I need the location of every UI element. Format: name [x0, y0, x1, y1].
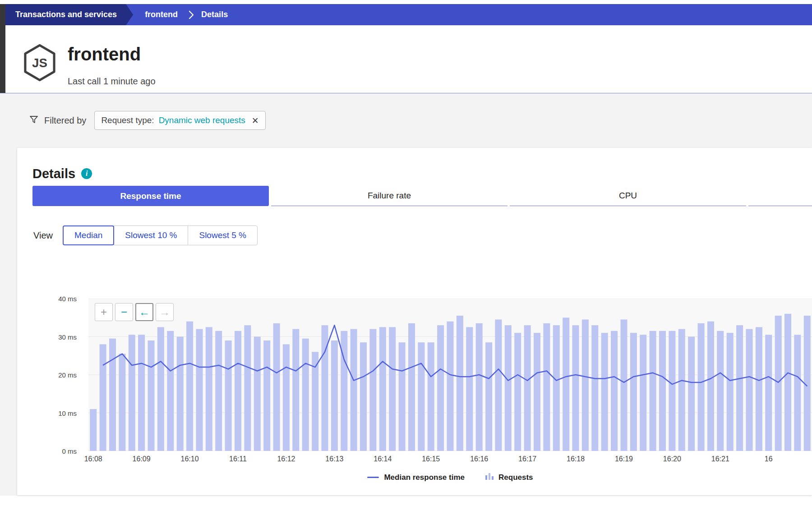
- tab-cpu[interactable]: CPU: [510, 186, 746, 206]
- view-median-button[interactable]: Median: [63, 225, 114, 245]
- breadcrumb-label: frontend: [145, 10, 178, 19]
- chevron-right-icon: [189, 4, 194, 25]
- chart-canvas: [88, 299, 812, 451]
- x-tick-label: 16:18: [567, 455, 585, 463]
- y-tick-label: 20 ms: [58, 371, 77, 379]
- filtered-by-label: Filtered by: [44, 115, 86, 126]
- tab-response-time[interactable]: Response time: [32, 186, 269, 206]
- breadcrumb-item-frontend[interactable]: frontend: [145, 4, 178, 25]
- breadcrumb-item-transactions-and-services[interactable]: Transactions and services: [5, 4, 133, 25]
- legend-median-response-time[interactable]: Median response time: [367, 473, 465, 482]
- x-tick-label: 16:16: [470, 455, 488, 463]
- content-area: Filtered by Request type: Dynamic web re…: [0, 93, 812, 496]
- x-tick-label: 16:21: [711, 455, 729, 463]
- chart-zoom-controls: + − ← →: [95, 303, 174, 321]
- tab-stub: [748, 186, 812, 206]
- top-margin: [0, 0, 812, 4]
- x-tick-label: 16:19: [615, 455, 633, 463]
- y-tick-label: 30 ms: [58, 333, 77, 340]
- chart-x-axis: 16:0816:0916:1016:1116:1216:1316:1416:15…: [88, 451, 812, 466]
- left-edge-strip: [0, 4, 5, 93]
- x-tick-label: 16:15: [422, 455, 440, 463]
- svg-text:JS: JS: [32, 56, 47, 70]
- details-heading-row: Details i: [32, 166, 812, 181]
- view-selector-row: View Median Slowest 10 % Slowest 5 %: [32, 225, 812, 245]
- breadcrumb-item-details[interactable]: Details: [201, 4, 228, 25]
- chart-plot-wrap: + − ← → 16:0816:0916:1016:1116:1216:1316…: [88, 299, 812, 466]
- last-call-text: Last call 1 minute ago: [68, 76, 156, 87]
- x-tick-label: 16:08: [84, 455, 102, 463]
- x-tick-label: 16: [765, 455, 773, 463]
- view-button-group: Median Slowest 10 % Slowest 5 %: [63, 225, 258, 245]
- nodejs-icon: JS: [23, 43, 57, 84]
- chart-legend: Median response time Requests: [88, 473, 812, 482]
- view-slowest-5-button[interactable]: Slowest 5 %: [188, 225, 258, 245]
- service-header: JS frontend Last call 1 minute ago: [0, 25, 812, 93]
- y-tick-label: 10 ms: [58, 409, 77, 417]
- legend-line-label: Median response time: [384, 473, 465, 482]
- zoom-in-button[interactable]: +: [95, 303, 113, 321]
- y-tick-label: 40 ms: [58, 295, 77, 303]
- breadcrumb-label: Transactions and services: [15, 10, 117, 19]
- view-label: View: [33, 230, 53, 241]
- filter-funnel-icon: [29, 115, 39, 126]
- y-tick-label: 0 ms: [62, 447, 77, 455]
- filter-chip-value: Dynamic web requests: [159, 115, 245, 125]
- legend-bars-label: Requests: [498, 473, 533, 482]
- zoom-out-button[interactable]: −: [115, 303, 133, 321]
- breadcrumb-label: Details: [201, 10, 228, 19]
- page-title: frontend: [68, 43, 156, 65]
- details-title: Details: [32, 166, 75, 181]
- details-card: Details i Response time Failure rate CPU…: [17, 148, 812, 495]
- filter-chip-key: Request type:: [101, 115, 154, 125]
- x-tick-label: 16:11: [229, 455, 247, 463]
- x-tick-label: 16:14: [374, 455, 392, 463]
- x-tick-label: 16:20: [663, 455, 681, 463]
- tab-failure-rate[interactable]: Failure rate: [271, 186, 508, 206]
- filter-chip-request-type[interactable]: Request type: Dynamic web requests ✕: [94, 111, 265, 130]
- pan-back-button[interactable]: ←: [135, 303, 153, 321]
- dynatrace-service-page: Transactions and services frontend Detai…: [0, 0, 812, 515]
- x-tick-label: 16:10: [181, 455, 199, 463]
- pan-forward-button[interactable]: →: [156, 303, 174, 321]
- x-tick-label: 16:09: [133, 455, 151, 463]
- service-header-text: frontend Last call 1 minute ago: [68, 43, 156, 87]
- response-time-chart: 0 ms10 ms20 ms30 ms40 ms + − ← → 16:0816…: [32, 299, 812, 466]
- details-tabs: Response time Failure rate CPU: [32, 186, 812, 206]
- chart-y-axis: 0 ms10 ms20 ms30 ms40 ms: [32, 299, 82, 451]
- breadcrumb: Transactions and services frontend Detai…: [5, 4, 812, 25]
- legend-bars-icon: [485, 473, 494, 482]
- chart-plot[interactable]: + − ← →: [88, 299, 812, 451]
- info-icon[interactable]: i: [81, 168, 92, 179]
- view-slowest-10-button[interactable]: Slowest 10 %: [114, 225, 188, 245]
- x-tick-label: 16:12: [277, 455, 295, 463]
- x-tick-label: 16:13: [325, 455, 343, 463]
- chip-close-icon[interactable]: ✕: [252, 115, 259, 126]
- legend-requests[interactable]: Requests: [485, 473, 533, 482]
- x-tick-label: 16:17: [518, 455, 536, 463]
- legend-line-swatch: [367, 477, 379, 478]
- filter-bar: Filtered by Request type: Dynamic web re…: [29, 110, 812, 131]
